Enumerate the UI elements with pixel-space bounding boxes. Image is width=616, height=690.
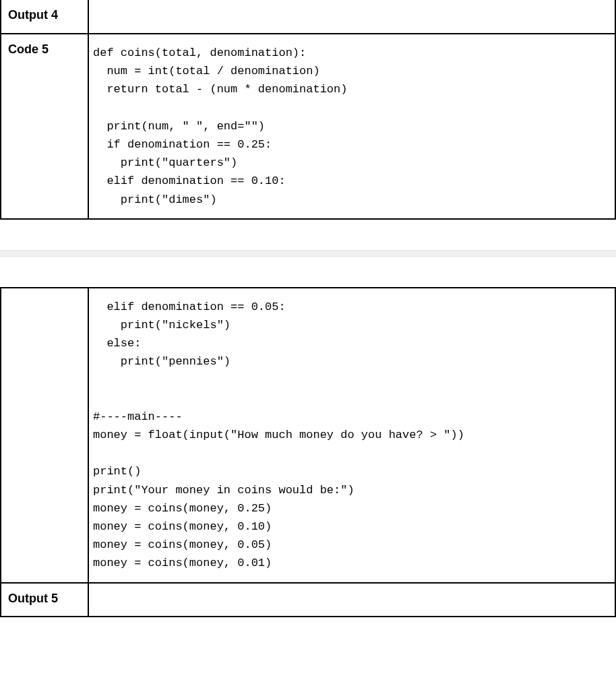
output4-content bbox=[88, 0, 615, 34]
code-table-top: Output 4 Code 5 def coins(total, denomin… bbox=[0, 0, 616, 220]
code5-content-part1: def coins(total, denomination): num = in… bbox=[88, 34, 615, 219]
code-table-bottom: elif denomination == 0.05: print("nickel… bbox=[0, 287, 616, 617]
output5-row: Output 5 bbox=[1, 583, 615, 617]
page-break bbox=[0, 220, 616, 287]
output4-row: Output 4 bbox=[1, 0, 615, 34]
output4-label: Output 4 bbox=[1, 0, 88, 34]
output5-label: Output 5 bbox=[1, 583, 88, 617]
code5-content-part2: elif denomination == 0.05: print("nickel… bbox=[88, 288, 615, 583]
code5-label-empty bbox=[1, 288, 88, 583]
code5-label: Code 5 bbox=[1, 34, 88, 219]
code5-row-part1: Code 5 def coins(total, denomination): n… bbox=[1, 34, 615, 219]
code5-row-part2: elif denomination == 0.05: print("nickel… bbox=[1, 288, 615, 583]
output5-content bbox=[88, 583, 615, 617]
